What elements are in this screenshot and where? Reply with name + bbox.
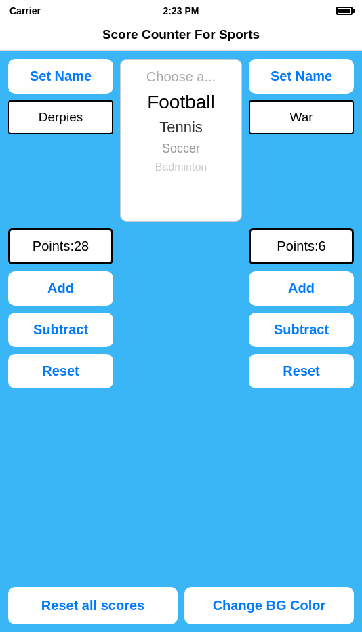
main-content: Set Name Derpies Choose a... Football Te… [0, 51, 362, 632]
player2-name-display: War [249, 100, 354, 134]
center-spacer2 [120, 271, 242, 306]
time-label: 2:23 PM [163, 5, 199, 16]
picker-option-badminton[interactable]: Badminton [121, 159, 241, 176]
nav-bar: Score Counter For Sports [0, 22, 362, 51]
carrier-label: Carrier [9, 5, 41, 16]
player1-reset-button[interactable]: Reset [8, 354, 113, 388]
picker-option-soccer[interactable]: Soccer [121, 139, 241, 159]
player1-subtract-button[interactable]: Subtract [8, 313, 113, 347]
player2-top-col: Set Name War [249, 59, 354, 222]
center-spacer3 [120, 313, 242, 347]
player2-subtract-button[interactable]: Subtract [249, 313, 354, 347]
battery-icon [336, 7, 353, 15]
player1-name-display: Derpies [8, 100, 113, 134]
page-title: Score Counter For Sports [102, 27, 260, 41]
player1-add-col: Add [8, 271, 113, 306]
reset-row: Reset Reset [8, 354, 354, 388]
player2-points-col: Points:6 [249, 228, 354, 264]
bottom-row: Reset all scores Change BG Color [8, 587, 354, 624]
player2-subtract-col: Subtract [249, 313, 354, 347]
player2-set-name-button[interactable]: Set Name [249, 59, 354, 94]
add-row: Add Add [8, 271, 354, 306]
player2-reset-button[interactable]: Reset [249, 354, 354, 388]
player1-set-name-button[interactable]: Set Name [8, 59, 113, 94]
picker-option-tennis[interactable]: Tennis [121, 116, 241, 139]
center-spacer4 [120, 354, 242, 388]
reset-all-scores-button[interactable]: Reset all scores [8, 587, 178, 624]
player1-top-col: Set Name Derpies [8, 59, 113, 222]
battery-area [336, 7, 353, 15]
player1-reset-col: Reset [8, 354, 113, 388]
picker-option-football[interactable]: Football [121, 89, 241, 116]
player2-reset-col: Reset [249, 354, 354, 388]
player1-subtract-col: Subtract [8, 313, 113, 347]
picker-placeholder: Choose a... [138, 65, 224, 89]
player2-points-display: Points:6 [249, 228, 354, 264]
status-bar: Carrier 2:23 PM [0, 0, 362, 22]
change-bg-color-button[interactable]: Change BG Color [184, 587, 354, 624]
player2-add-button[interactable]: Add [249, 271, 354, 306]
player2-add-col: Add [249, 271, 354, 306]
player1-points-display: Points:28 [8, 228, 113, 264]
subtract-row: Subtract Subtract [8, 313, 354, 347]
center-spacer [120, 228, 242, 264]
sport-picker[interactable]: Choose a... Football Tennis Soccer Badmi… [120, 59, 242, 222]
player1-add-button[interactable]: Add [8, 271, 113, 306]
points-row: Points:28 Points:6 [8, 228, 354, 264]
top-row: Set Name Derpies Choose a... Football Te… [8, 59, 354, 222]
player1-points-col: Points:28 [8, 228, 113, 264]
